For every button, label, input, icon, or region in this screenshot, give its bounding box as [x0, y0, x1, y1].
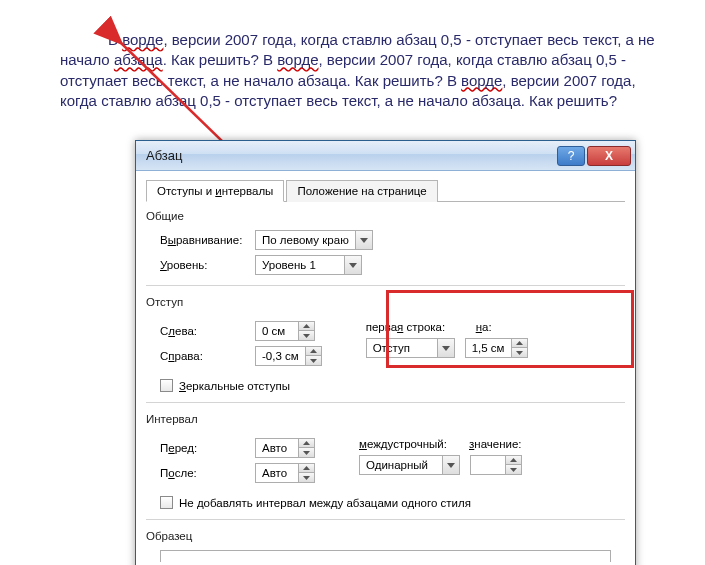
svg-marker-9 [516, 341, 523, 345]
group-indent: Отступ [146, 296, 625, 308]
after-spinner[interactable]: Авто [255, 463, 315, 483]
tab-indents-spacing[interactable]: Отступы и интервалы [146, 180, 284, 202]
svg-marker-8 [442, 346, 450, 351]
spin-down-icon[interactable] [512, 348, 527, 357]
dialog-title: Абзац [146, 148, 555, 163]
firstline-by-spinner[interactable]: 1,5 см [465, 338, 528, 358]
at-spinner[interactable] [470, 455, 522, 475]
spin-up-icon[interactable] [299, 464, 314, 473]
line-spacing-label: междустрочный: [359, 438, 469, 450]
group-spacing: Интервал [146, 413, 625, 425]
svg-marker-4 [303, 324, 310, 328]
spin-down-icon[interactable] [299, 473, 314, 482]
tab-page-position[interactable]: Положение на странице [286, 180, 437, 202]
svg-marker-7 [310, 359, 317, 363]
mirror-indents-checkbox[interactable] [160, 379, 173, 392]
tab-strip: Отступы и интервалы Положение на страниц… [146, 179, 625, 202]
spin-down-icon[interactable] [506, 465, 521, 474]
firstline-combo[interactable]: Отступ [366, 338, 455, 358]
close-button[interactable]: X [587, 146, 631, 166]
indent-right-label: Справа: [160, 350, 255, 362]
chevron-down-icon[interactable] [442, 456, 459, 474]
spin-down-icon[interactable] [299, 331, 314, 340]
svg-marker-2 [360, 238, 368, 243]
svg-marker-12 [303, 451, 310, 455]
document-text: В ворде, версии 2007 года, когда ставлю … [60, 30, 675, 111]
chevron-down-icon[interactable] [344, 256, 361, 274]
after-label: После: [160, 467, 255, 479]
svg-marker-15 [447, 463, 455, 468]
level-label: Уровень: [160, 259, 255, 271]
level-combo[interactable]: Уровень 1 [255, 255, 362, 275]
group-general: Общие [146, 210, 625, 222]
svg-marker-5 [303, 334, 310, 338]
before-spinner[interactable]: Авто [255, 438, 315, 458]
firstline-label: первая строка: [366, 321, 476, 333]
svg-marker-10 [516, 351, 523, 355]
spin-up-icon[interactable] [512, 339, 527, 348]
chevron-down-icon[interactable] [437, 339, 454, 357]
spin-down-icon[interactable] [306, 356, 321, 365]
indent-left-spinner[interactable]: 0 см [255, 321, 315, 341]
svg-marker-17 [510, 468, 517, 472]
svg-marker-16 [510, 458, 517, 462]
svg-marker-11 [303, 441, 310, 445]
by-label: на: [476, 321, 514, 333]
indent-left-label: Слева: [160, 325, 255, 337]
preview-box [160, 550, 611, 562]
svg-marker-3 [349, 263, 357, 268]
help-button[interactable]: ? [557, 146, 585, 166]
titlebar[interactable]: Абзац ? X [136, 141, 635, 171]
spin-up-icon[interactable] [306, 347, 321, 356]
line-spacing-combo[interactable]: Одинарный [359, 455, 460, 475]
spin-up-icon[interactable] [299, 439, 314, 448]
chevron-down-icon[interactable] [355, 231, 372, 249]
spin-down-icon[interactable] [299, 448, 314, 457]
no-add-space-label: Не добавлять интервал между абзацами одн… [179, 497, 471, 509]
alignment-combo[interactable]: По левому краю [255, 230, 373, 250]
paragraph-dialog: Абзац ? X Отступы и интервалы Положение … [135, 140, 636, 565]
spin-up-icon[interactable] [506, 456, 521, 465]
svg-marker-14 [303, 476, 310, 480]
group-preview: Образец [146, 530, 625, 542]
before-label: Перед: [160, 442, 255, 454]
spin-up-icon[interactable] [299, 322, 314, 331]
svg-marker-6 [310, 349, 317, 353]
no-add-space-checkbox[interactable] [160, 496, 173, 509]
indent-right-spinner[interactable]: -0,3 см [255, 346, 322, 366]
at-label: значение: [469, 438, 529, 450]
svg-marker-13 [303, 466, 310, 470]
alignment-label: Выравнивание: [160, 234, 255, 246]
mirror-indents-label: Зеркальные отступы [179, 380, 290, 392]
